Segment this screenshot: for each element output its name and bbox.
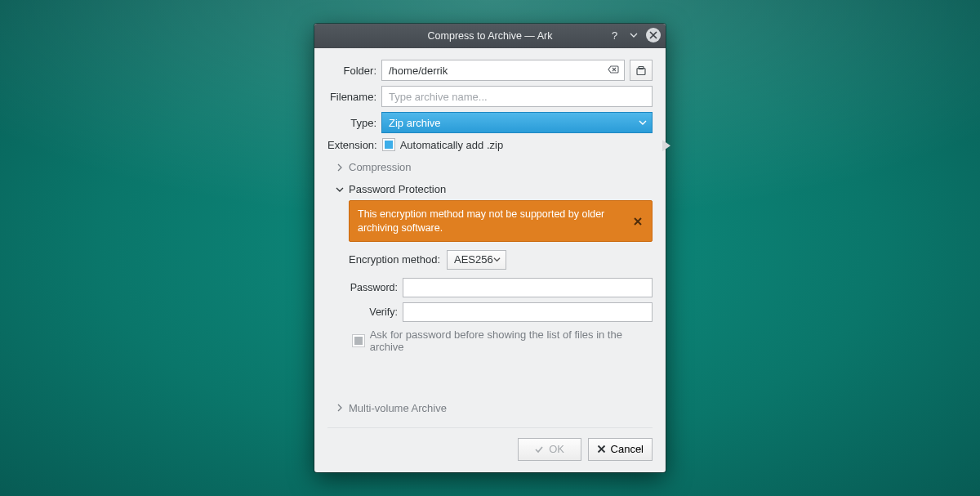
chevron-down-icon (336, 185, 344, 194)
warning-close-button[interactable] (629, 212, 647, 230)
browse-folder-button[interactable] (630, 60, 653, 81)
encryption-method-value: AES256 (454, 253, 493, 266)
window-title: Compress to Archive — Ark (428, 30, 553, 42)
ask-password-checkbox[interactable] (352, 334, 365, 347)
cancel-button[interactable]: Cancel (588, 438, 653, 461)
cancel-icon (597, 445, 606, 454)
section-compression-label: Compression (349, 161, 412, 173)
edge-handle[interactable] (662, 140, 670, 151)
check-icon (534, 445, 544, 454)
encryption-method-select[interactable]: AES256 (447, 250, 506, 270)
clear-folder-icon[interactable] (607, 63, 620, 76)
folder-input[interactable] (381, 60, 625, 81)
close-icon (633, 217, 643, 226)
folder-label: Folder: (327, 65, 376, 77)
filename-label: Filename: (327, 91, 376, 103)
ok-button[interactable]: OK (518, 438, 581, 461)
section-multi-volume-label: Multi-volume Archive (349, 402, 447, 414)
section-multi-volume[interactable]: Multi-volume Archive (336, 402, 653, 414)
password-protection-body: This encryption method may not be suppor… (349, 200, 653, 353)
close-button[interactable] (646, 28, 661, 42)
dialog-footer: OK Cancel (327, 427, 653, 461)
encryption-warning: This encryption method may not be suppor… (349, 200, 653, 242)
cancel-button-label: Cancel (611, 443, 644, 455)
section-password-protection-label: Password Protection (349, 183, 446, 195)
verify-input[interactable] (403, 302, 653, 322)
extension-label: Extension: (327, 139, 377, 151)
encryption-method-label: Encryption method: (349, 253, 440, 266)
titlebar: Compress to Archive — Ark ? (314, 24, 666, 48)
extension-checkbox-label: Automatically add .zip (400, 139, 503, 151)
minimize-button[interactable] (626, 28, 641, 42)
help-button[interactable]: ? (607, 28, 621, 42)
titlebar-controls: ? (607, 28, 661, 42)
verify-label: Verify: (349, 306, 398, 318)
chevron-right-icon (336, 404, 344, 412)
password-label: Password: (349, 282, 398, 293)
ok-button-label: OK (549, 443, 564, 455)
extension-checkbox[interactable] (382, 138, 395, 151)
dialog-body: Folder: Filename: Type: Zip archive (314, 48, 666, 472)
type-select-value: Zip archive (389, 117, 441, 129)
folder-open-icon (635, 64, 648, 77)
password-input[interactable] (403, 278, 653, 297)
chevron-down-icon (493, 256, 501, 263)
encryption-warning-text: This encryption method may not be suppor… (358, 208, 604, 233)
section-compression[interactable]: Compression (336, 161, 653, 173)
filename-input[interactable] (381, 86, 653, 107)
dialog-window: Compress to Archive — Ark ? Folder: (314, 24, 666, 472)
type-select[interactable]: Zip archive (381, 112, 653, 133)
type-label: Type: (327, 117, 376, 129)
chevron-right-icon (336, 163, 344, 172)
chevron-down-icon (639, 118, 647, 127)
svg-text:?: ? (611, 30, 617, 41)
ask-password-label: Ask for password before showing the list… (370, 328, 653, 353)
section-password-protection[interactable]: Password Protection (336, 183, 653, 195)
